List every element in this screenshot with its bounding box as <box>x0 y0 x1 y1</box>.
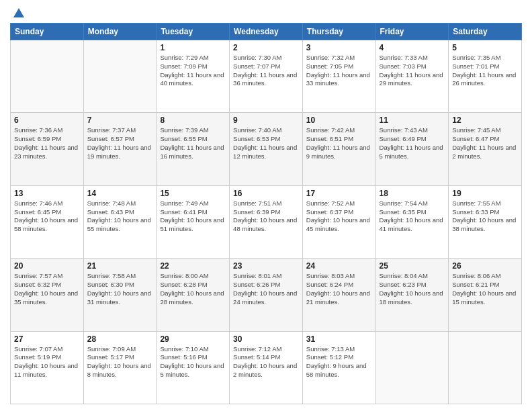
calendar-cell: 18Sunrise: 7:54 AMSunset: 6:35 PMDayligh… <box>375 185 449 258</box>
day-info: Sunrise: 7:55 AMSunset: 6:33 PMDaylight:… <box>452 199 518 234</box>
day-header-saturday: Saturday <box>449 24 522 40</box>
header <box>10 7 522 17</box>
day-info: Sunrise: 8:00 AMSunset: 6:28 PMDaylight:… <box>160 272 226 306</box>
day-number: 31 <box>306 334 372 344</box>
day-number: 25 <box>380 261 445 271</box>
calendar-week-row: 20Sunrise: 7:57 AMSunset: 6:32 PMDayligh… <box>11 259 522 331</box>
calendar-cell <box>83 40 157 113</box>
day-info: Sunrise: 7:46 AMSunset: 6:45 PMDaylight:… <box>14 199 80 234</box>
day-number: 2 <box>233 43 299 52</box>
calendar-week-row: 1Sunrise: 7:29 AMSunset: 7:09 PMDaylight… <box>11 40 522 113</box>
day-info: Sunrise: 7:37 AMSunset: 6:57 PMDaylight:… <box>87 126 153 161</box>
calendar-cell <box>449 331 522 404</box>
day-number: 27 <box>14 334 80 344</box>
day-number: 12 <box>452 116 518 125</box>
calendar-cell: 8Sunrise: 7:39 AMSunset: 6:55 PMDaylight… <box>157 113 230 185</box>
day-info: Sunrise: 7:45 AMSunset: 6:47 PMDaylight:… <box>452 126 518 161</box>
day-number: 23 <box>233 261 299 271</box>
day-number: 10 <box>306 116 372 125</box>
logo-icon <box>12 7 26 20</box>
day-number: 1 <box>160 43 226 52</box>
day-info: Sunrise: 7:39 AMSunset: 6:55 PMDaylight:… <box>160 126 226 161</box>
calendar-cell: 5Sunrise: 7:35 AMSunset: 7:01 PMDaylight… <box>449 40 522 113</box>
day-number: 18 <box>380 189 445 198</box>
day-info: Sunrise: 7:29 AMSunset: 7:09 PMDaylight:… <box>160 54 226 88</box>
day-number: 9 <box>233 116 299 125</box>
day-number: 30 <box>233 334 299 344</box>
day-info: Sunrise: 7:12 AMSunset: 5:14 PMDaylight:… <box>233 345 299 379</box>
day-info: Sunrise: 7:10 AMSunset: 5:16 PMDaylight:… <box>160 345 226 379</box>
calendar-cell: 30Sunrise: 7:12 AMSunset: 5:14 PMDayligh… <box>230 331 303 404</box>
day-header-friday: Friday <box>375 24 449 40</box>
day-header-monday: Monday <box>83 24 157 40</box>
day-number: 5 <box>452 43 518 52</box>
day-info: Sunrise: 7:51 AMSunset: 6:39 PMDaylight:… <box>233 199 299 234</box>
page: SundayMondayTuesdayWednesdayThursdayFrid… <box>0 0 532 411</box>
calendar-cell: 29Sunrise: 7:10 AMSunset: 5:16 PMDayligh… <box>157 331 230 404</box>
calendar-cell: 17Sunrise: 7:52 AMSunset: 6:37 PMDayligh… <box>302 185 375 258</box>
day-number: 15 <box>160 189 226 198</box>
day-header-sunday: Sunday <box>11 24 84 40</box>
day-number: 4 <box>380 43 445 52</box>
calendar-cell: 24Sunrise: 8:03 AMSunset: 6:24 PMDayligh… <box>302 259 375 331</box>
day-number: 26 <box>452 261 518 271</box>
calendar-cell: 25Sunrise: 8:04 AMSunset: 6:23 PMDayligh… <box>375 259 449 331</box>
day-number: 16 <box>233 189 299 198</box>
day-info: Sunrise: 8:03 AMSunset: 6:24 PMDaylight:… <box>306 272 372 306</box>
day-info: Sunrise: 7:49 AMSunset: 6:41 PMDaylight:… <box>160 199 226 234</box>
calendar-cell: 4Sunrise: 7:33 AMSunset: 7:03 PMDaylight… <box>375 40 449 113</box>
day-number: 14 <box>87 189 153 198</box>
day-info: Sunrise: 7:58 AMSunset: 6:30 PMDaylight:… <box>87 272 153 306</box>
day-info: Sunrise: 7:33 AMSunset: 7:03 PMDaylight:… <box>380 54 445 88</box>
day-info: Sunrise: 8:06 AMSunset: 6:21 PMDaylight:… <box>452 272 518 306</box>
calendar-cell: 20Sunrise: 7:57 AMSunset: 6:32 PMDayligh… <box>11 259 84 331</box>
day-info: Sunrise: 7:57 AMSunset: 6:32 PMDaylight:… <box>14 272 80 306</box>
calendar-cell <box>11 40 84 113</box>
calendar-cell: 22Sunrise: 8:00 AMSunset: 6:28 PMDayligh… <box>157 259 230 331</box>
day-info: Sunrise: 8:04 AMSunset: 6:23 PMDaylight:… <box>380 272 445 306</box>
day-number: 21 <box>87 261 153 271</box>
day-number: 20 <box>14 261 80 271</box>
calendar-cell: 23Sunrise: 8:01 AMSunset: 6:26 PMDayligh… <box>230 259 303 331</box>
day-number: 29 <box>160 334 226 344</box>
day-number: 19 <box>452 189 518 198</box>
day-header-tuesday: Tuesday <box>157 24 230 40</box>
day-header-thursday: Thursday <box>302 24 375 40</box>
day-number: 17 <box>306 189 372 198</box>
calendar-week-row: 13Sunrise: 7:46 AMSunset: 6:45 PMDayligh… <box>11 185 522 258</box>
calendar-cell: 31Sunrise: 7:13 AMSunset: 5:12 PMDayligh… <box>302 331 375 404</box>
calendar-cell: 27Sunrise: 7:07 AMSunset: 5:19 PMDayligh… <box>11 331 84 404</box>
day-number: 8 <box>160 116 226 125</box>
day-header-wednesday: Wednesday <box>230 24 303 40</box>
calendar-cell: 13Sunrise: 7:46 AMSunset: 6:45 PMDayligh… <box>11 185 84 258</box>
day-info: Sunrise: 8:01 AMSunset: 6:26 PMDaylight:… <box>233 272 299 306</box>
day-info: Sunrise: 7:13 AMSunset: 5:12 PMDaylight:… <box>306 345 372 379</box>
calendar-cell: 10Sunrise: 7:42 AMSunset: 6:51 PMDayligh… <box>302 113 375 185</box>
calendar: SundayMondayTuesdayWednesdayThursdayFrid… <box>10 23 522 404</box>
day-info: Sunrise: 7:40 AMSunset: 6:53 PMDaylight:… <box>233 126 299 161</box>
calendar-week-row: 6Sunrise: 7:36 AMSunset: 6:59 PMDaylight… <box>11 113 522 185</box>
day-number: 3 <box>306 43 372 52</box>
day-info: Sunrise: 7:52 AMSunset: 6:37 PMDaylight:… <box>306 199 372 234</box>
calendar-week-row: 27Sunrise: 7:07 AMSunset: 5:19 PMDayligh… <box>11 331 522 404</box>
calendar-cell: 19Sunrise: 7:55 AMSunset: 6:33 PMDayligh… <box>449 185 522 258</box>
calendar-cell: 15Sunrise: 7:49 AMSunset: 6:41 PMDayligh… <box>157 185 230 258</box>
day-info: Sunrise: 7:48 AMSunset: 6:43 PMDaylight:… <box>87 199 153 234</box>
calendar-cell: 6Sunrise: 7:36 AMSunset: 6:59 PMDaylight… <box>11 113 84 185</box>
day-info: Sunrise: 7:36 AMSunset: 6:59 PMDaylight:… <box>14 126 80 161</box>
day-info: Sunrise: 7:43 AMSunset: 6:49 PMDaylight:… <box>380 126 445 161</box>
day-number: 22 <box>160 261 226 271</box>
day-info: Sunrise: 7:42 AMSunset: 6:51 PMDaylight:… <box>306 126 372 161</box>
calendar-cell: 28Sunrise: 7:09 AMSunset: 5:17 PMDayligh… <box>83 331 157 404</box>
calendar-header-row: SundayMondayTuesdayWednesdayThursdayFrid… <box>11 24 522 40</box>
day-number: 24 <box>306 261 372 271</box>
day-number: 7 <box>87 116 153 125</box>
calendar-cell: 26Sunrise: 8:06 AMSunset: 6:21 PMDayligh… <box>449 259 522 331</box>
logo <box>10 7 26 17</box>
calendar-cell: 2Sunrise: 7:30 AMSunset: 7:07 PMDaylight… <box>230 40 303 113</box>
calendar-cell: 16Sunrise: 7:51 AMSunset: 6:39 PMDayligh… <box>230 185 303 258</box>
day-info: Sunrise: 7:32 AMSunset: 7:05 PMDaylight:… <box>306 54 372 88</box>
day-number: 6 <box>14 116 80 125</box>
day-info: Sunrise: 7:54 AMSunset: 6:35 PMDaylight:… <box>380 199 445 234</box>
day-info: Sunrise: 7:35 AMSunset: 7:01 PMDaylight:… <box>452 54 518 88</box>
